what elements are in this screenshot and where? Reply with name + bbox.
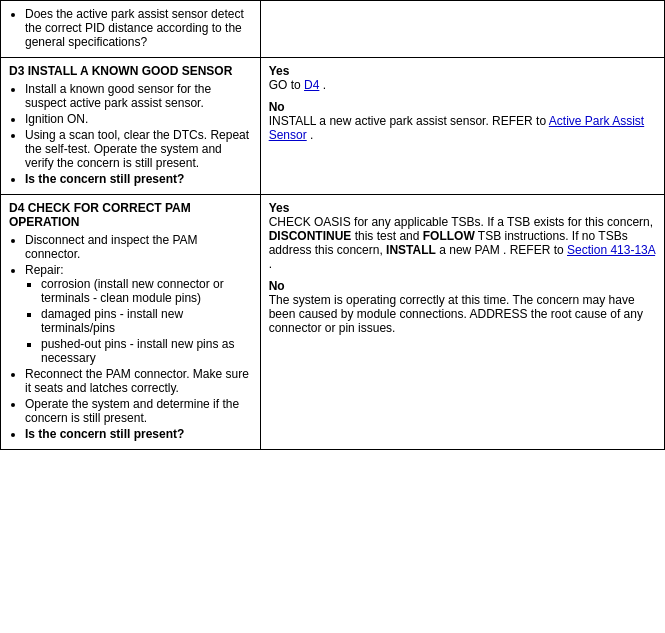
d4-left: D4 CHECK FOR CORRECT PAM OPERATION Disco… <box>1 195 261 450</box>
list-item: Is the concern still present? <box>25 172 252 186</box>
list-item: Does the active park assist sensor detec… <box>25 7 252 49</box>
d4-right: Yes CHECK OASIS for any applicable TSBs.… <box>260 195 664 450</box>
d3-bullets: Install a known good sensor for the susp… <box>25 82 252 186</box>
d3-yes-text: GO to D4 . <box>269 78 326 92</box>
d3-no-text: INSTALL a new active park assist sensor.… <box>269 114 645 142</box>
list-item: Using a scan tool, clear the DTCs. Repea… <box>25 128 252 170</box>
top-partial-row: Does the active park assist sensor detec… <box>1 1 665 58</box>
list-item: corrosion (install new connector or term… <box>41 277 252 305</box>
d4-yes-text: CHECK OASIS for any applicable TSBs. If … <box>269 215 655 271</box>
top-partial-bullets: Does the active park assist sensor detec… <box>25 7 252 49</box>
d3-right: Yes GO to D4 . No INSTALL a new active p… <box>260 58 664 195</box>
d3-no-block: No INSTALL a new active park assist sens… <box>269 100 656 142</box>
d3-no-label: No <box>269 100 285 114</box>
section-413-13a-link[interactable]: Section 413-13A <box>567 243 655 257</box>
d4-header: D4 CHECK FOR CORRECT PAM OPERATION <box>9 201 252 229</box>
d4-sub-bullets: corrosion (install new connector or term… <box>41 277 252 365</box>
d4-yes-label: Yes <box>269 201 290 215</box>
top-partial-left: Does the active park assist sensor detec… <box>1 1 261 58</box>
list-item: Is the concern still present? <box>25 427 252 441</box>
list-item: pushed-out pins - install new pins as ne… <box>41 337 252 365</box>
list-item: Ignition ON. <box>25 112 252 126</box>
d4-no-block: No The system is operating correctly at … <box>269 279 656 335</box>
d4-yes-block: Yes CHECK OASIS for any applicable TSBs.… <box>269 201 656 271</box>
d4-no-label: No <box>269 279 285 293</box>
list-item: Install a known good sensor for the susp… <box>25 82 252 110</box>
active-park-assist-sensor-link[interactable]: Active Park Assist Sensor <box>269 114 645 142</box>
main-table: Does the active park assist sensor detec… <box>0 0 665 450</box>
top-partial-right <box>260 1 664 58</box>
list-item: Reconnect the PAM connector. Make sure i… <box>25 367 252 395</box>
d3-left: D3 INSTALL A KNOWN GOOD SENSOR Install a… <box>1 58 261 195</box>
d4-bullets: Disconnect and inspect the PAM connector… <box>25 233 252 441</box>
d3-header: D3 INSTALL A KNOWN GOOD SENSOR <box>9 64 252 78</box>
d4-row: D4 CHECK FOR CORRECT PAM OPERATION Disco… <box>1 195 665 450</box>
d4-no-text: The system is operating correctly at thi… <box>269 293 643 335</box>
d3-yes-label: Yes <box>269 64 290 78</box>
d3-row: D3 INSTALL A KNOWN GOOD SENSOR Install a… <box>1 58 665 195</box>
list-item: Operate the system and determine if the … <box>25 397 252 425</box>
list-item: damaged pins - install new terminals/pin… <box>41 307 252 335</box>
list-item: Disconnect and inspect the PAM connector… <box>25 233 252 261</box>
d3-yes-block: Yes GO to D4 . <box>269 64 656 92</box>
d4-link[interactable]: D4 <box>304 78 319 92</box>
list-item: Repair: corrosion (install new connector… <box>25 263 252 365</box>
